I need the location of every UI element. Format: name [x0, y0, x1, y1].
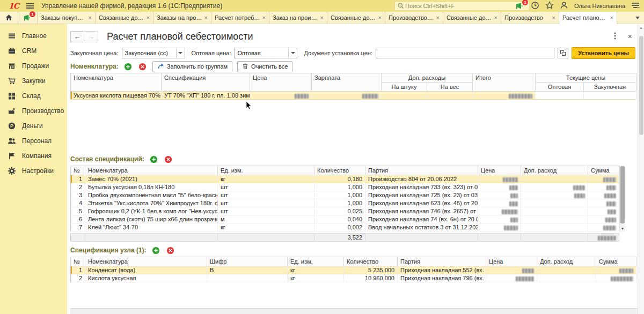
column-header[interactable]: Номенклатура: [71, 73, 162, 92]
cell[interactable]: [486, 266, 537, 274]
column-header[interactable]: Оптовая: [536, 83, 584, 92]
cell[interactable]: [588, 175, 619, 183]
tab[interactable]: Связанные док...×: [96, 12, 153, 24]
delete-row-icon[interactable]: [138, 62, 148, 71]
cell[interactable]: [478, 183, 521, 191]
sidebar-item-briefcase[interactable]: CRM: [0, 43, 67, 58]
tab[interactable]: Заказ на произ...×: [269, 12, 327, 24]
cell[interactable]: [536, 92, 584, 100]
user-name[interactable]: Ольга Николаевна: [574, 3, 625, 9]
tab[interactable]: Расчет потребн...×: [211, 12, 269, 24]
global-search[interactable]: [394, 1, 530, 11]
tab[interactable]: Производство 8...×: [385, 12, 443, 24]
cell[interactable]: [521, 223, 588, 231]
tab-close-icon[interactable]: ×: [436, 14, 440, 21]
table-row[interactable]: Уксусная кислота пищевая 70% "ХимПро...У…: [71, 92, 636, 100]
cell[interactable]: [584, 92, 636, 100]
cell[interactable]: кг: [288, 266, 344, 274]
sidebar-item-warehouse[interactable]: Склад: [0, 88, 67, 103]
cell[interactable]: [365, 234, 478, 242]
column-header[interactable]: Закупочная: [584, 83, 636, 92]
table-row[interactable]: 7Клей "Люкс" 34-70кг0,002Ввод начальных …: [71, 223, 619, 231]
cell[interactable]: 0,025: [314, 207, 365, 215]
chevron-down-icon[interactable]: [176, 48, 185, 58]
cell[interactable]: кг: [288, 274, 344, 282]
cell[interactable]: 4: [71, 199, 85, 207]
chevron-down-icon[interactable]: [288, 48, 297, 58]
scroll-down-icon[interactable]: ▼: [620, 227, 625, 230]
column-header[interactable]: Количество: [344, 257, 398, 266]
clear-all-button[interactable]: Очистить все: [237, 61, 292, 72]
column-header[interactable]: На вес: [427, 83, 473, 92]
table-row[interactable]: 6Лента липкая (скотч) 75 шир х66 длин пр…: [71, 215, 619, 223]
cell[interactable]: [521, 207, 588, 215]
cell[interactable]: 5: [71, 207, 85, 215]
service-menu-icon[interactable]: [631, 2, 640, 10]
notifications-icon[interactable]: 1: [515, 2, 525, 11]
user-icon[interactable]: [560, 1, 568, 11]
main-menu-icon[interactable]: [26, 3, 34, 9]
column-header[interactable]: Номенклатура: [85, 166, 218, 175]
cell[interactable]: [478, 234, 521, 242]
column-header[interactable]: Сумма: [588, 166, 619, 175]
tab[interactable]: Заказы на прои...×: [153, 12, 211, 24]
close-icon[interactable]: ×: [628, 33, 632, 40]
column-header[interactable]: Спецификация: [162, 73, 250, 92]
column-header[interactable]: Шифр: [207, 257, 288, 266]
cell[interactable]: 1,000: [314, 183, 365, 191]
scroll-up-icon[interactable]: ▲: [638, 26, 644, 29]
more-menu-icon[interactable]: [614, 32, 616, 41]
table-row[interactable]: 1Конденсат (вода)Вкг5 235,000Приходная н…: [71, 266, 636, 274]
column-header[interactable]: Сумма: [596, 257, 636, 266]
table-row[interactable]: 2Кислота уксуснаякг10 960,000Приходная н…: [71, 274, 636, 282]
cell[interactable]: [537, 274, 596, 282]
delete-row-icon[interactable]: [166, 245, 175, 255]
tab-close-icon[interactable]: ×: [378, 14, 382, 21]
price-doc-input[interactable]: [376, 48, 554, 58]
cell[interactable]: [478, 207, 521, 215]
cell[interactable]: Приходная накладная 796 (вх. нет) от 20.…: [398, 274, 486, 282]
cell[interactable]: Уксусная кислота пищевая 70% "ХимПро...: [71, 92, 162, 100]
history-icon[interactable]: [531, 1, 539, 11]
cell[interactable]: [521, 191, 588, 199]
column-header[interactable]: На штуку: [382, 83, 427, 92]
column-header[interactable]: Доп. расходы: [382, 73, 473, 83]
cell[interactable]: 5 235,000: [344, 266, 398, 274]
cell[interactable]: [486, 274, 537, 282]
cell[interactable]: м: [218, 215, 314, 223]
cell[interactable]: Замес 70% (2021): [85, 175, 218, 183]
cell[interactable]: Бутылка уксусная 0,18л КН-180: [85, 183, 218, 191]
cell[interactable]: Гофроящик 0,2 (УК-1 бел.в комп лог "Нев.…: [85, 207, 218, 215]
cell[interactable]: [478, 191, 521, 199]
cell[interactable]: [596, 274, 636, 282]
cell[interactable]: Приходная накладная 725 (вх. 23) от 03.0…: [365, 191, 478, 199]
tab-overflow-icon[interactable]: [631, 12, 644, 24]
back-button[interactable]: ←: [70, 31, 84, 42]
horizontal-scrollbar[interactable]: [70, 308, 638, 314]
add-row-icon[interactable]: [149, 154, 159, 164]
cell[interactable]: 0,180: [314, 175, 365, 183]
scrollbar-thumb[interactable]: [639, 36, 643, 135]
tab[interactable]: Производство×: [501, 12, 559, 24]
cell[interactable]: 3: [71, 191, 85, 199]
cell[interactable]: Конденсат (вода): [85, 266, 207, 274]
column-header[interactable]: Цена: [486, 257, 537, 266]
cell[interactable]: 1: [71, 175, 85, 183]
tab[interactable]: Расчет планово...×: [559, 12, 617, 24]
cell[interactable]: кг: [218, 175, 314, 183]
cell[interactable]: 3,522: [314, 234, 365, 242]
cell[interactable]: [85, 234, 218, 242]
cell[interactable]: [596, 266, 636, 274]
notifications-tab[interactable]: 1: [18, 12, 38, 24]
cell[interactable]: [588, 199, 619, 207]
column-header[interactable]: №: [71, 257, 85, 266]
cell[interactable]: [521, 183, 588, 191]
column-header[interactable]: Цена: [250, 73, 312, 92]
tab-close-icon[interactable]: ×: [262, 14, 266, 21]
fill-by-groups-button[interactable]: Заполнить по группам: [152, 61, 232, 72]
cell[interactable]: 2: [71, 183, 85, 191]
window-scrollbar[interactable]: ▲: [638, 24, 644, 314]
table-row[interactable]: 2Бутылка уксусная 0,18л КН-180шт1,000При…: [71, 183, 619, 191]
cell[interactable]: Приходная накладная 746 (вх. 2657) от 14…: [365, 207, 478, 215]
tab-close-icon[interactable]: ×: [204, 14, 208, 21]
